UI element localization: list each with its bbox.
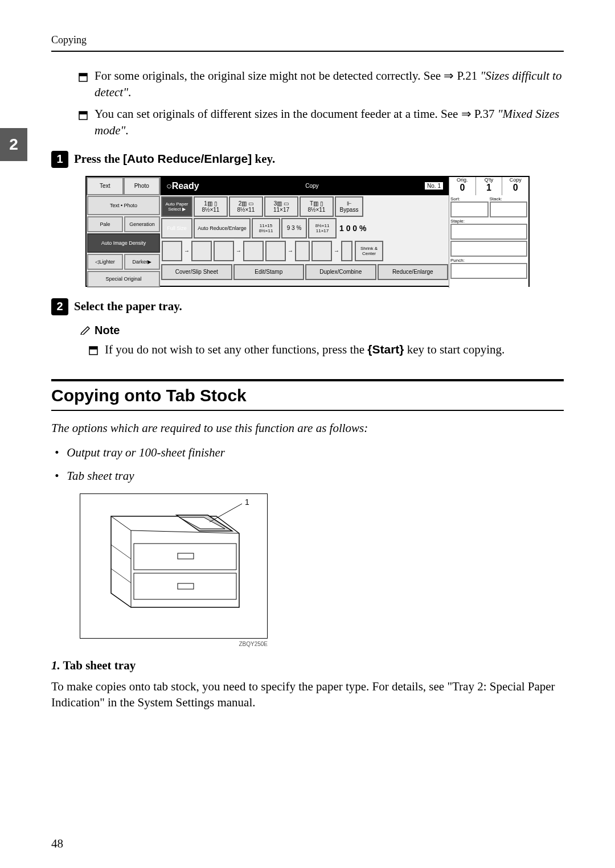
note-bullet-icon	[79, 108, 88, 139]
ratio-1[interactable]: 11×15 8½×11	[252, 218, 280, 238]
stack-label: Stack:	[490, 196, 528, 201]
bullet-text: For some originals, the original size mi…	[95, 69, 480, 83]
duplex-combine-tab[interactable]: Duplex/Combine	[305, 264, 376, 280]
bullet-text: You can set originals of different sizes…	[95, 107, 498, 121]
svg-rect-3	[79, 112, 87, 114]
darker-btn[interactable]: Darker▶	[124, 254, 160, 270]
stack-option[interactable]	[490, 201, 528, 217]
bullet-item: You can set originals of different sizes…	[79, 106, 564, 139]
paper-tray-1[interactable]: 1▥ ▯8½×11	[194, 196, 228, 217]
sort-label: Sort:	[450, 196, 489, 201]
option-item: • Tab sheet tray	[55, 469, 564, 483]
text-photo-btn[interactable]: Text • Photo	[87, 196, 160, 215]
step-text: Select the paper tray.	[74, 299, 182, 314]
generation-btn[interactable]: Generation	[124, 216, 160, 232]
cover-slip-tab[interactable]: Cover/Slip Sheet	[161, 264, 232, 280]
no-label: No. 1	[425, 182, 443, 190]
svg-rect-10	[178, 553, 194, 559]
layout-icon[interactable]	[214, 241, 234, 261]
start-key: {Start}	[367, 343, 404, 356]
bypass-btn[interactable]: ⊩Bypass	[335, 196, 363, 217]
svg-rect-1	[79, 73, 87, 76]
step-text-b: key.	[252, 152, 275, 166]
note-section: Note If you do not wish to set any other…	[80, 323, 564, 360]
shrink-center-btn[interactable]: Shrink & Center	[355, 241, 383, 261]
svg-line-12	[111, 545, 131, 559]
ratio-3[interactable]: 8½×11 11×17	[308, 218, 337, 238]
auto-image-density-btn[interactable]: Auto Image Density	[87, 233, 160, 253]
layout-icon[interactable]	[191, 241, 212, 261]
page-number: 48	[51, 837, 63, 851]
reduce-enlarge-tab[interactable]: Reduce/Enlarge	[378, 264, 449, 280]
paper-tray-t[interactable]: T▥ ▯8½×11	[300, 196, 334, 217]
diagram-caption: ZBQY250E	[80, 641, 268, 647]
bullet-dot-icon: •	[55, 446, 59, 460]
zoom-percent: 1 0 0 %	[339, 224, 366, 233]
control-panel-screenshot: Text Photo ○Ready Copy No. 1 Orig.0 Q'ty…	[85, 176, 530, 287]
bullet-end: .	[128, 85, 131, 99]
layout-icon[interactable]	[265, 241, 286, 261]
special-original-btn[interactable]: Special Original	[87, 271, 160, 287]
step-number-icon: 2	[51, 298, 68, 315]
step-1: 1 Press the [Auto Reduce/Enlarge] key.	[51, 151, 564, 168]
note-text-b: key to start copying.	[404, 343, 505, 356]
auto-reduce-enlarge-btn[interactable]: Auto Reduce/Enlarge	[194, 218, 251, 238]
bullet-end: .	[125, 124, 128, 137]
step-number-icon: 1	[51, 151, 68, 168]
side-tab: 2	[0, 128, 27, 161]
staple-option[interactable]	[450, 224, 527, 240]
svg-rect-8	[134, 544, 236, 570]
full-size-btn[interactable]: Full Size	[161, 218, 192, 238]
lighter-btn[interactable]: ◁Lighter	[87, 254, 123, 270]
tab-photo[interactable]: Photo	[124, 177, 161, 195]
bullet-list: For some originals, the original size mi…	[79, 68, 564, 139]
tray-diagram: 1	[80, 493, 268, 639]
option-item: • Output tray or 100-sheet finisher	[55, 446, 564, 460]
ready-status: ○Ready Copy No. 1	[161, 177, 449, 195]
tab-text[interactable]: Text	[87, 177, 124, 195]
layout-icon[interactable]	[162, 241, 182, 261]
section-heading: Copying onto Tab Stock	[51, 379, 564, 411]
ratio-2[interactable]: 9 3 %	[281, 218, 307, 238]
bullet-dot-icon: •	[55, 469, 59, 483]
svg-rect-9	[134, 573, 236, 599]
step-key: [Auto Reduce/Enlarge]	[123, 152, 252, 165]
body-paragraph: To make copies onto tab stock, you need …	[51, 678, 564, 711]
note-bullet-icon	[89, 343, 98, 360]
note-heading: Note	[80, 323, 564, 338]
note-text: If you do not wish to set any other func…	[105, 343, 367, 356]
layout-icon[interactable]	[341, 241, 352, 261]
section-intro: The options which are required to use th…	[51, 421, 564, 435]
copy-label: Copy	[305, 183, 318, 189]
staple-label: Staple:	[450, 219, 527, 224]
subsection-label: 1. Tab sheet tray	[51, 659, 564, 673]
bullet-item: For some originals, the original size mi…	[79, 68, 564, 101]
staple-option[interactable]	[450, 241, 527, 257]
svg-line-13	[111, 569, 131, 583]
layout-icon[interactable]	[311, 241, 332, 261]
layout-icon[interactable]	[295, 241, 310, 261]
punch-option[interactable]	[450, 263, 527, 279]
pale-btn[interactable]: Pale	[87, 216, 123, 232]
layout-icon[interactable]	[243, 241, 264, 261]
note-bullet-icon	[79, 70, 88, 101]
note-item: If you do not wish to set any other func…	[89, 341, 564, 360]
option-list: • Output tray or 100-sheet finisher • Ta…	[55, 446, 564, 483]
svg-rect-11	[178, 583, 194, 589]
counter-block: Orig.0 Q'ty1 Copy0	[449, 177, 528, 195]
punch-label: Punch:	[450, 258, 527, 263]
paper-tray-3[interactable]: 3▥ ▭11×17	[264, 196, 298, 217]
callout-1: 1	[245, 497, 249, 507]
auto-paper-select-btn[interactable]: Auto Paper Select ▶	[161, 196, 192, 217]
pencil-icon	[80, 323, 91, 338]
step-2: 2 Select the paper tray.	[51, 298, 564, 315]
edit-stamp-tab[interactable]: Edit/Stamp	[233, 264, 305, 280]
paper-tray-2[interactable]: 2▥ ▭8½×11	[229, 196, 263, 217]
svg-rect-6	[89, 347, 97, 349]
step-text: Press the	[74, 152, 123, 166]
svg-line-14	[210, 504, 242, 522]
page-header: Copying	[51, 34, 564, 52]
sort-option[interactable]	[450, 201, 489, 217]
